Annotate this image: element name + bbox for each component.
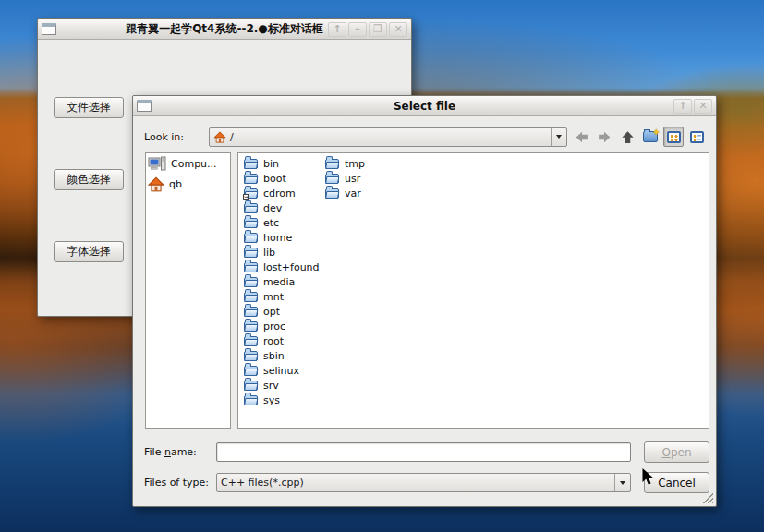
folder-item[interactable]: ↪ home xyxy=(244,230,323,245)
folder-icon: ↪ xyxy=(244,321,258,332)
folder-item[interactable]: ↪ lost+found xyxy=(244,260,323,274)
desktop-wallpaper: 跟青翼一起学Qt4系统--2.●标准对话框 ↑ – ❒ ✕ 文件选择 颜色选择 … xyxy=(0,0,764,532)
folder-name: cdrom xyxy=(263,187,296,200)
folder-item[interactable]: ↪ boot xyxy=(244,171,323,186)
folder-item[interactable]: ↪ cdrom xyxy=(244,186,323,200)
folder-name: home xyxy=(263,232,292,244)
window-icon xyxy=(137,100,152,112)
folder-name: sys xyxy=(263,394,280,406)
demo-window-titlebar[interactable]: 跟青翼一起学Qt4系统--2.●标准对话框 ↑ – ❒ ✕ xyxy=(38,19,411,40)
forward-button[interactable] xyxy=(594,127,614,147)
dialog-titlebar[interactable]: Select file ↑ ✕ xyxy=(133,96,716,116)
look-in-dropdown-arrow[interactable] xyxy=(551,128,566,146)
look-in-value: / xyxy=(230,131,234,143)
folder-name: proc xyxy=(263,320,285,332)
minimize-button[interactable]: – xyxy=(348,22,367,37)
folder-name: selinux xyxy=(263,365,299,377)
shade-icon: ↑ xyxy=(333,24,341,34)
folder-item[interactable]: ↪ dev xyxy=(244,200,323,215)
folder-icon: ↪ xyxy=(244,395,258,405)
folder-name: tmp xyxy=(345,158,365,170)
close-button[interactable]: ✕ xyxy=(694,99,712,114)
forward-arrow-icon xyxy=(597,129,612,145)
new-folder-icon: ✦ xyxy=(643,131,658,142)
detail-view-icon xyxy=(690,131,704,143)
resize-grip[interactable] xyxy=(702,492,713,503)
folder-icon: ↪ xyxy=(325,188,339,199)
window-icon xyxy=(42,23,56,35)
folder-icon: ↪ xyxy=(244,174,258,184)
chevron-down-icon xyxy=(620,481,625,485)
folder-icon: ↪ xyxy=(244,218,258,228)
back-button[interactable] xyxy=(571,127,591,147)
folder-item[interactable]: ↪ sys xyxy=(244,393,323,407)
folder-icon: ↪ xyxy=(244,366,258,376)
close-icon: ✕ xyxy=(698,101,707,111)
folder-icon: ↪ xyxy=(244,203,258,213)
folder-icon: ↪ xyxy=(244,351,258,361)
folder-item[interactable]: ↪ sbin xyxy=(244,348,323,363)
file-select-button[interactable]: 文件选择 xyxy=(54,97,124,118)
folder-name: lib xyxy=(263,247,275,259)
file-name-input[interactable] xyxy=(216,442,631,462)
folder-item[interactable]: ↪ mnt xyxy=(244,289,323,304)
sidebar-item-label: qb xyxy=(169,178,182,190)
folder-icon: ↪ xyxy=(244,159,258,169)
font-select-button[interactable]: 字体选择 xyxy=(54,241,124,262)
sparkle-icon: ✦ xyxy=(652,127,661,139)
maximize-button[interactable]: ❒ xyxy=(369,22,387,37)
folder-icon: ↪ xyxy=(244,277,258,287)
folder-item[interactable]: ↪ bin xyxy=(244,156,323,171)
folder-item[interactable]: ↪ proc xyxy=(244,319,323,333)
symlink-arrow-icon: ↪ xyxy=(243,194,249,200)
file-type-value: C++ files(*.cpp) xyxy=(221,477,304,489)
open-button[interactable]: Open xyxy=(644,441,709,463)
maximize-icon: ❒ xyxy=(373,24,382,34)
folder-icon: ↪ xyxy=(244,292,258,302)
file-type-dropdown-arrow[interactable] xyxy=(614,474,630,491)
folder-item[interactable]: ↪ tmp xyxy=(325,156,405,171)
folder-item[interactable]: ↪ selinux xyxy=(244,363,323,378)
folder-name: bin xyxy=(263,158,279,170)
parent-directory-button[interactable] xyxy=(617,127,637,147)
folder-icon: ↪ xyxy=(244,307,258,317)
folder-item[interactable]: ↪ lib xyxy=(244,245,323,260)
color-select-button[interactable]: 颜色选择 xyxy=(54,169,124,190)
folder-item[interactable]: ↪ usr xyxy=(325,171,405,186)
folder-item[interactable]: ↪ srv xyxy=(244,378,323,393)
folder-icon: ↪ xyxy=(244,336,258,346)
look-in-label: Look in: xyxy=(144,131,209,143)
shade-button[interactable]: ↑ xyxy=(673,99,692,114)
places-sidebar: Compu... qb xyxy=(145,152,231,429)
sidebar-item-home-qb[interactable]: qb xyxy=(148,176,228,192)
files-of-type-label: Files of type: xyxy=(144,477,216,489)
back-arrow-icon xyxy=(574,129,589,145)
dialog-title: Select file xyxy=(133,100,716,113)
folder-name: boot xyxy=(263,173,286,185)
minimize-icon: – xyxy=(355,24,360,34)
folder-icon: ↪ xyxy=(325,174,339,184)
folder-name: dev xyxy=(263,202,282,214)
icon-view-mode-button[interactable] xyxy=(663,127,684,147)
folder-item[interactable]: ↪ etc xyxy=(244,215,323,230)
create-new-folder-button[interactable]: ✦ xyxy=(640,127,661,147)
folder-item[interactable]: ↪ var xyxy=(325,186,405,200)
chevron-down-icon xyxy=(556,135,562,139)
detail-view-mode-button[interactable] xyxy=(686,127,707,147)
file-list[interactable]: ↪ bin ↪ boot ↪ cdrom ↪ xyxy=(237,152,709,429)
sidebar-item-computer[interactable]: Compu... xyxy=(148,156,228,172)
folder-name: media xyxy=(263,276,295,288)
shade-button[interactable]: ↑ xyxy=(328,22,346,37)
folder-item[interactable]: ↪ opt xyxy=(244,304,323,319)
look-in-combobox[interactable]: / xyxy=(209,127,567,147)
folder-name: mnt xyxy=(263,291,284,303)
close-icon: ✕ xyxy=(394,24,402,34)
select-file-dialog: Select file ↑ ✕ Look in: xyxy=(132,95,717,507)
shade-icon: ↑ xyxy=(678,101,686,111)
close-button[interactable]: ✕ xyxy=(389,22,407,37)
folder-icon: ↪ xyxy=(244,262,258,272)
file-type-combobox[interactable]: C++ files(*.cpp) xyxy=(216,473,631,492)
folder-item[interactable]: ↪ root xyxy=(244,333,323,348)
up-arrow-icon xyxy=(620,129,636,145)
folder-item[interactable]: ↪ media xyxy=(244,274,323,289)
